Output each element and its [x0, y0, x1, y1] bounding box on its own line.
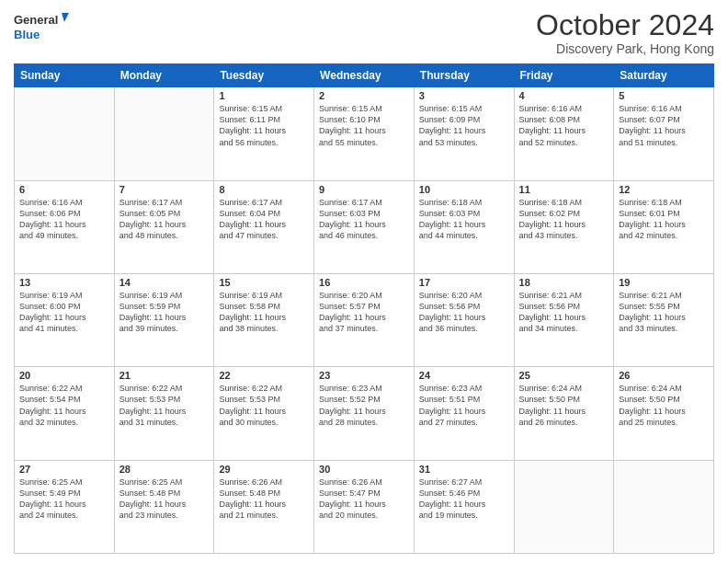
day-info: Sunrise: 6:19 AM Sunset: 6:00 PM Dayligh…	[19, 290, 109, 335]
day-info: Sunrise: 6:25 AM Sunset: 5:49 PM Dayligh…	[19, 477, 109, 522]
day-info: Sunrise: 6:24 AM Sunset: 5:50 PM Dayligh…	[619, 383, 709, 428]
table-row: 24Sunrise: 6:23 AM Sunset: 5:51 PM Dayli…	[414, 367, 514, 460]
day-info: Sunrise: 6:21 AM Sunset: 5:55 PM Dayligh…	[619, 290, 709, 335]
day-info: Sunrise: 6:23 AM Sunset: 5:52 PM Dayligh…	[319, 383, 409, 428]
day-info: Sunrise: 6:24 AM Sunset: 5:50 PM Dayligh…	[519, 383, 609, 428]
calendar-week-row: 27Sunrise: 6:25 AM Sunset: 5:49 PM Dayli…	[15, 460, 714, 553]
day-number: 24	[419, 370, 509, 381]
day-info: Sunrise: 6:15 AM Sunset: 6:09 PM Dayligh…	[419, 103, 509, 148]
header: General Blue October 2024 Discovery Park…	[14, 9, 714, 56]
table-row: 25Sunrise: 6:24 AM Sunset: 5:50 PM Dayli…	[514, 367, 614, 460]
day-info: Sunrise: 6:18 AM Sunset: 6:03 PM Dayligh…	[419, 197, 509, 242]
table-row	[114, 87, 214, 180]
day-info: Sunrise: 6:19 AM Sunset: 5:58 PM Dayligh…	[219, 290, 309, 335]
table-row: 2Sunrise: 6:15 AM Sunset: 6:10 PM Daylig…	[314, 87, 415, 180]
table-row: 7Sunrise: 6:17 AM Sunset: 6:05 PM Daylig…	[114, 180, 214, 273]
table-row: 11Sunrise: 6:18 AM Sunset: 6:02 PM Dayli…	[514, 180, 614, 273]
logo-svg: General Blue	[14, 9, 69, 46]
day-number: 2	[319, 90, 409, 101]
table-row: 23Sunrise: 6:23 AM Sunset: 5:52 PM Dayli…	[314, 367, 415, 460]
day-info: Sunrise: 6:21 AM Sunset: 5:56 PM Dayligh…	[519, 290, 609, 335]
col-monday: Monday	[114, 64, 214, 87]
day-number: 13	[19, 277, 109, 288]
day-number: 14	[119, 277, 210, 288]
day-number: 30	[319, 464, 409, 475]
table-row: 26Sunrise: 6:24 AM Sunset: 5:50 PM Dayli…	[614, 367, 714, 460]
day-number: 20	[19, 370, 109, 381]
location: Discovery Park, Hong Kong	[536, 41, 714, 56]
col-sunday: Sunday	[15, 64, 115, 87]
calendar-week-row: 13Sunrise: 6:19 AM Sunset: 6:00 PM Dayli…	[15, 273, 714, 366]
day-number: 22	[219, 370, 309, 381]
day-number: 1	[219, 90, 309, 101]
day-info: Sunrise: 6:16 AM Sunset: 6:06 PM Dayligh…	[19, 197, 109, 242]
calendar-week-row: 20Sunrise: 6:22 AM Sunset: 5:54 PM Dayli…	[15, 367, 714, 460]
day-number: 23	[319, 370, 409, 381]
table-row: 3Sunrise: 6:15 AM Sunset: 6:09 PM Daylig…	[414, 87, 514, 180]
day-number: 3	[419, 90, 509, 101]
table-row: 10Sunrise: 6:18 AM Sunset: 6:03 PM Dayli…	[414, 180, 514, 273]
table-row	[614, 460, 714, 553]
table-row: 9Sunrise: 6:17 AM Sunset: 6:03 PM Daylig…	[314, 180, 415, 273]
day-number: 25	[519, 370, 609, 381]
day-info: Sunrise: 6:26 AM Sunset: 5:48 PM Dayligh…	[219, 477, 309, 522]
table-row: 14Sunrise: 6:19 AM Sunset: 5:59 PM Dayli…	[114, 273, 214, 366]
day-info: Sunrise: 6:25 AM Sunset: 5:48 PM Dayligh…	[119, 477, 210, 522]
day-number: 18	[519, 277, 609, 288]
day-number: 31	[419, 464, 509, 475]
table-row: 13Sunrise: 6:19 AM Sunset: 6:00 PM Dayli…	[15, 273, 115, 366]
col-saturday: Saturday	[614, 64, 714, 87]
month-title: October 2024	[536, 9, 714, 41]
col-thursday: Thursday	[414, 64, 514, 87]
day-info: Sunrise: 6:19 AM Sunset: 5:59 PM Dayligh…	[119, 290, 210, 335]
day-number: 17	[419, 277, 509, 288]
table-row: 21Sunrise: 6:22 AM Sunset: 5:53 PM Dayli…	[114, 367, 214, 460]
day-info: Sunrise: 6:20 AM Sunset: 5:56 PM Dayligh…	[419, 290, 509, 335]
table-row: 18Sunrise: 6:21 AM Sunset: 5:56 PM Dayli…	[514, 273, 614, 366]
table-row: 4Sunrise: 6:16 AM Sunset: 6:08 PM Daylig…	[514, 87, 614, 180]
table-row: 22Sunrise: 6:22 AM Sunset: 5:53 PM Dayli…	[214, 367, 314, 460]
day-info: Sunrise: 6:16 AM Sunset: 6:08 PM Dayligh…	[519, 103, 609, 148]
table-row: 31Sunrise: 6:27 AM Sunset: 5:46 PM Dayli…	[414, 460, 514, 553]
table-row: 1Sunrise: 6:15 AM Sunset: 6:11 PM Daylig…	[214, 87, 314, 180]
day-number: 26	[619, 370, 709, 381]
day-info: Sunrise: 6:20 AM Sunset: 5:57 PM Dayligh…	[319, 290, 409, 335]
day-number: 21	[119, 370, 210, 381]
day-number: 8	[219, 184, 309, 195]
day-number: 4	[519, 90, 609, 101]
table-row: 30Sunrise: 6:26 AM Sunset: 5:47 PM Dayli…	[314, 460, 415, 553]
table-row: 27Sunrise: 6:25 AM Sunset: 5:49 PM Dayli…	[15, 460, 115, 553]
day-number: 28	[119, 464, 210, 475]
title-block: October 2024 Discovery Park, Hong Kong	[536, 9, 714, 56]
day-number: 12	[619, 184, 709, 195]
logo: General Blue	[14, 9, 69, 46]
calendar-week-row: 6Sunrise: 6:16 AM Sunset: 6:06 PM Daylig…	[15, 180, 714, 273]
col-tuesday: Tuesday	[214, 64, 314, 87]
day-info: Sunrise: 6:26 AM Sunset: 5:47 PM Dayligh…	[319, 477, 409, 522]
day-info: Sunrise: 6:23 AM Sunset: 5:51 PM Dayligh…	[419, 383, 509, 428]
table-row: 20Sunrise: 6:22 AM Sunset: 5:54 PM Dayli…	[15, 367, 115, 460]
table-row: 28Sunrise: 6:25 AM Sunset: 5:48 PM Dayli…	[114, 460, 214, 553]
day-number: 9	[319, 184, 409, 195]
table-row: 16Sunrise: 6:20 AM Sunset: 5:57 PM Dayli…	[314, 273, 415, 366]
day-info: Sunrise: 6:15 AM Sunset: 6:11 PM Dayligh…	[219, 103, 309, 148]
day-number: 29	[219, 464, 309, 475]
table-row	[15, 87, 115, 180]
table-row	[514, 460, 614, 553]
svg-text:General: General	[14, 13, 58, 27]
page: General Blue October 2024 Discovery Park…	[0, 0, 728, 563]
day-info: Sunrise: 6:17 AM Sunset: 6:05 PM Dayligh…	[119, 197, 210, 242]
day-info: Sunrise: 6:15 AM Sunset: 6:10 PM Dayligh…	[319, 103, 409, 148]
day-number: 11	[519, 184, 609, 195]
table-row: 29Sunrise: 6:26 AM Sunset: 5:48 PM Dayli…	[214, 460, 314, 553]
day-number: 6	[19, 184, 109, 195]
table-row: 17Sunrise: 6:20 AM Sunset: 5:56 PM Dayli…	[414, 273, 514, 366]
day-info: Sunrise: 6:18 AM Sunset: 6:01 PM Dayligh…	[619, 197, 709, 242]
day-info: Sunrise: 6:17 AM Sunset: 6:03 PM Dayligh…	[319, 197, 409, 242]
col-friday: Friday	[514, 64, 614, 87]
calendar-header-row: Sunday Monday Tuesday Wednesday Thursday…	[15, 64, 714, 87]
table-row: 6Sunrise: 6:16 AM Sunset: 6:06 PM Daylig…	[15, 180, 115, 273]
calendar-week-row: 1Sunrise: 6:15 AM Sunset: 6:11 PM Daylig…	[15, 87, 714, 180]
day-info: Sunrise: 6:16 AM Sunset: 6:07 PM Dayligh…	[619, 103, 709, 148]
table-row: 19Sunrise: 6:21 AM Sunset: 5:55 PM Dayli…	[614, 273, 714, 366]
